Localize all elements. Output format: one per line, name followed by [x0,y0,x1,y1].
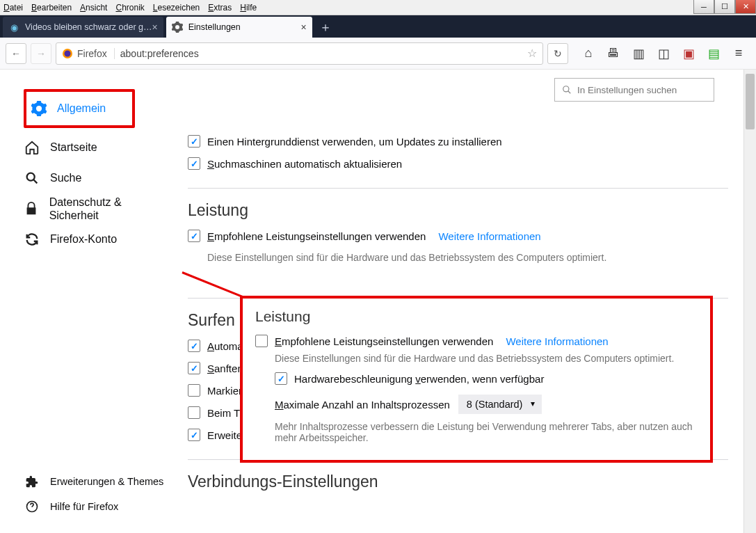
callout-check-hwaccel[interactable]: Hardwarebeschleunigung verwenden, wenn v… [275,372,698,385]
checkbox-icon[interactable] [188,135,200,148]
sidebar-item-startseite[interactable]: Startseite [24,132,167,163]
more-info-link[interactable]: Weitere Informationen [506,335,608,347]
addon-square-icon[interactable]: ▣ [681,46,696,61]
maxprocs-label: Maximale Anzahl an Inhaltsprozessen [275,399,450,411]
reload-button[interactable]: ↻ [547,43,568,64]
window-controls: ─ ☐ ✕ [693,0,756,14]
sidebar-label: Suche [50,172,81,184]
sidebar-item-help[interactable]: Hilfe für Firefox [24,494,163,519]
library-icon[interactable]: ▥ [631,46,646,61]
urlbar[interactable]: Firefox about:preferences ☆ [56,42,543,65]
sidebar-item-allgemein[interactable]: Allgemein [31,93,132,124]
menu-lesezeichen[interactable]: Lesezeichen [153,3,200,13]
sidebar-label: Datenschutz & Sicherheit [49,196,167,222]
sidebar-label: Allgemein [57,102,106,115]
firefox-icon [62,48,73,59]
sidebar-label: Startseite [50,141,97,154]
sidebar-label: Erweiterungen & Themes [50,476,163,487]
back-button[interactable]: ← [6,43,26,64]
tab-1[interactable]: Einstellungen × [166,17,312,38]
tabbar: ◉ Videos bleiben schwarz oder g… × Einst… [0,15,756,38]
menu-bearbeiten[interactable]: Bearbeiten [31,3,72,13]
minimize-button[interactable]: ─ [693,0,714,14]
menu-datei[interactable]: Datei [3,3,23,13]
check-search-engine-update[interactable]: Suchmaschinen automatisch aktualisieren [188,157,728,170]
home-icon [24,139,40,156]
check-label: Einen Hintergrunddienst verwenden, um Up… [207,136,502,148]
checkbox-icon[interactable] [188,384,200,397]
forward-button[interactable]: → [31,43,51,64]
scrollbar-thumb[interactable] [746,74,755,129]
sidebar-label: Firefox-Konto [50,233,117,246]
check-label: Empfohlene Leistungseinstellungen verwen… [275,335,493,347]
perf-hint: Diese Einstellungen sind für die Hardwar… [207,252,728,263]
help-icon [24,498,40,515]
callout-title: Leistung [255,308,698,325]
check-recommended-perf[interactable]: Empfohlene Leistungseinstellungen verwen… [188,230,728,242]
svg-line-3 [33,180,37,183]
select-value: 8 (Standard) [467,399,523,410]
search-icon [24,170,40,186]
checkbox-icon[interactable] [255,335,268,347]
checkbox-icon[interactable] [188,406,200,419]
sync-icon [24,231,40,248]
svg-point-1 [65,50,71,56]
bookmark-star-icon[interactable]: ☆ [527,47,537,60]
checkbox-icon[interactable] [188,157,200,170]
sidebar-item-extensions[interactable]: Erweiterungen & Themes [24,469,163,494]
sidebar-footer: Erweiterungen & Themes Hilfe für Firefox [24,469,163,519]
check-label: Hardwarebeschleunigung verwenden, wenn v… [294,373,544,385]
sidebar-icon[interactable]: ◫ [656,46,671,61]
checkbox-icon[interactable] [188,429,200,441]
toolbar-icons: ⌂ 🖶 ▥ ◫ ▣ ▤ ≡ [572,46,750,61]
callout-check-recommended[interactable]: Empfohlene Leistungseinstellungen verwen… [255,335,698,347]
checkbox-icon[interactable] [188,340,200,352]
hamburger-menu-icon[interactable]: ≡ [731,46,746,61]
url-identity[interactable]: Firefox [62,48,115,59]
settings-search-input[interactable]: In Einstellungen suchen [554,78,714,102]
maximize-button[interactable]: ☐ [714,0,735,14]
search-icon [562,85,572,95]
separator [188,188,728,189]
callout-hint2: Mehr Inhaltsprozesse verbessern die Leis… [275,421,698,443]
preferences-main: In Einstellungen suchen Einen Hintergrun… [167,70,756,533]
tab-1-title: Einstellungen [188,22,241,32]
tab-0[interactable]: ◉ Videos bleiben schwarz oder g… × [3,17,163,38]
sidebar-item-konto[interactable]: Firefox-Konto [24,224,167,255]
preferences-content: Allgemein Startseite Suche Datenschutz &… [0,70,756,533]
url-address: about:preferences [120,48,199,59]
tab-0-close-icon[interactable]: × [152,22,158,33]
svg-point-2 [27,173,35,181]
gear-icon [31,100,47,117]
checkbox-icon[interactable] [188,362,200,374]
navbar: ← → Firefox about:preferences ☆ ↻ ⌂ 🖶 ▥ … [0,38,756,70]
svg-line-6 [568,91,571,94]
home-icon[interactable]: ⌂ [581,46,596,61]
menu-hilfe[interactable]: Hilfe [240,3,257,13]
annotation-callout: Leistung Empfohlene Leistungseinstellung… [240,296,713,463]
maxprocs-select[interactable]: 8 (Standard) [458,395,542,414]
check-label: Empfohlene Leistungseinstellungen verwen… [207,230,426,242]
new-tab-button[interactable]: ＋ [315,17,336,38]
menubar[interactable]: Datei Bearbeiten Ansicht Chronik Lesezei… [0,0,756,15]
vertical-scrollbar[interactable] [743,70,756,533]
check-bgservice[interactable]: Einen Hintergrunddienst verwenden, um Up… [188,135,728,148]
sidebar-item-datenschutz[interactable]: Datenschutz & Sicherheit [24,193,167,224]
more-info-link[interactable]: Weitere Informationen [438,230,540,242]
lock-icon [24,200,40,217]
close-button[interactable]: ✕ [735,0,756,14]
menu-chronik[interactable]: Chronik [115,3,144,13]
section-title-connection: Verbindungs-Einstellungen [188,472,728,491]
gear-icon [172,22,183,33]
callout-hint1: Diese Einstellungen sind für die Hardwar… [275,353,698,364]
sidebar-item-suche[interactable]: Suche [24,163,167,193]
sidebar-label: Hilfe für Firefox [50,501,118,512]
puzzle-icon [24,473,40,490]
menu-ansicht[interactable]: Ansicht [80,3,107,13]
print-icon[interactable]: 🖶 [606,46,621,61]
addon-green-icon[interactable]: ▤ [706,46,721,61]
menu-extras[interactable]: Extras [208,3,232,13]
checkbox-icon[interactable] [275,372,287,385]
tab-1-close-icon[interactable]: × [301,22,307,33]
checkbox-icon[interactable] [188,230,200,242]
